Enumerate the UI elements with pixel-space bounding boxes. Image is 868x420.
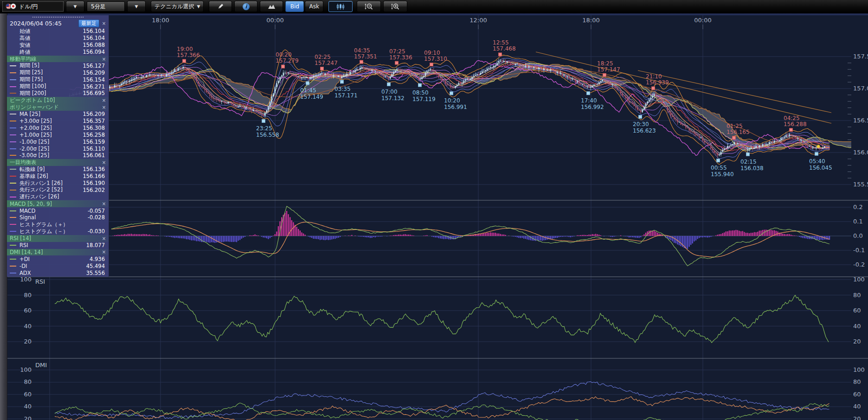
indicator-value: 45.494 bbox=[86, 263, 105, 269]
indicator-row: RSI18.077 bbox=[7, 242, 109, 249]
chart-canvas[interactable]: 18:0000:0012:0018:0000:0019:00157.36600:… bbox=[0, 0, 868, 420]
indicator-label: -2.00σ [25] bbox=[19, 146, 83, 152]
bid-button[interactable]: Bid bbox=[285, 1, 304, 12]
indicator-value: 35.556 bbox=[86, 270, 105, 276]
svg-text:80: 80 bbox=[853, 292, 861, 299]
indicator-label: 先行スパン2 [52] bbox=[19, 186, 83, 193]
svg-text:18:00: 18:00 bbox=[152, 17, 169, 24]
svg-text:156.288: 156.288 bbox=[784, 121, 807, 127]
peak-marker bbox=[603, 73, 606, 76]
indicator-section-header: 一目均衡表× bbox=[7, 159, 109, 166]
indicator-label: ヒストグラム（＋） bbox=[19, 221, 105, 228]
line-swatch bbox=[10, 245, 16, 246]
svg-text:00:00: 00:00 bbox=[694, 17, 711, 24]
close-icon[interactable]: × bbox=[101, 160, 107, 165]
bid-ask-toggle: Bid Ask bbox=[285, 1, 323, 12]
indicator-row: Signal-0.028 bbox=[7, 214, 109, 221]
close-icon[interactable]: × bbox=[101, 57, 107, 62]
bottom-marker bbox=[450, 92, 453, 95]
panel-edge-strip[interactable] bbox=[0, 13, 7, 420]
chevron-down-icon: ▼ bbox=[135, 4, 138, 9]
svg-text:19:00: 19:00 bbox=[177, 46, 193, 52]
zoom-in-icon bbox=[391, 3, 400, 10]
svg-text:40: 40 bbox=[24, 323, 32, 330]
zoom-out-icon bbox=[364, 3, 373, 10]
currency-pair-flags-icon bbox=[6, 3, 17, 10]
close-icon[interactable]: × bbox=[101, 21, 107, 26]
peak-marker bbox=[321, 67, 324, 70]
indicator-row: -2.00σ [25]156.110 bbox=[7, 145, 109, 152]
indicator-value: -0.057 bbox=[88, 208, 105, 214]
indicator-label: -3.00σ [25] bbox=[19, 152, 83, 159]
line-swatch bbox=[10, 183, 16, 184]
zoom-out-button[interactable] bbox=[357, 1, 381, 12]
svg-text:17:40: 17:40 bbox=[581, 97, 597, 104]
line-swatch bbox=[10, 273, 16, 274]
fx-chart-app: ドル/円 ▼ 5分足 ▼ テクニカル選択 ▼ i Bid Ask bbox=[0, 0, 868, 420]
svg-text:0.0: 0.0 bbox=[853, 232, 863, 239]
svg-text:157.468: 157.468 bbox=[493, 45, 516, 52]
zoom-in-button[interactable] bbox=[383, 1, 407, 12]
indicator-label: -1.00σ [25] bbox=[19, 139, 83, 145]
indicator-row: +DI4.936 bbox=[7, 255, 109, 262]
currency-pair-select[interactable]: ドル/円 bbox=[2, 1, 64, 12]
bottom-marker bbox=[639, 115, 642, 119]
indicator-value: 156.209 bbox=[83, 70, 105, 76]
draw-tool-button[interactable] bbox=[209, 1, 232, 12]
indicator-section-header: DMI [14, 14]× bbox=[7, 249, 109, 256]
indicator-label: 期間 [5] bbox=[19, 62, 83, 69]
line-swatch bbox=[10, 65, 16, 66]
technical-select-button[interactable]: テクニカル選択 ▼ bbox=[151, 1, 204, 12]
bottom-marker bbox=[746, 153, 750, 156]
line-swatch bbox=[10, 31, 16, 32]
indicator-row: ヒストグラム（＋） bbox=[7, 221, 109, 228]
indicator-section-header: ボリンジャーバンド× bbox=[7, 104, 109, 111]
candlestick-chart-icon bbox=[336, 3, 345, 10]
panel-drag-handle[interactable] bbox=[7, 15, 109, 19]
indicator-value: 156.308 bbox=[83, 125, 105, 131]
chart-background bbox=[0, 13, 868, 420]
line-swatch bbox=[10, 141, 16, 142]
peak-marker bbox=[282, 65, 285, 68]
indicator-row: 期間 [200]156.695 bbox=[7, 90, 109, 97]
candle-timestamp: 2024/06/04 05:45 bbox=[10, 20, 77, 27]
line-swatch bbox=[10, 169, 16, 170]
close-icon[interactable]: × bbox=[101, 98, 107, 103]
indicator-label: 転換線 [9] bbox=[19, 166, 83, 173]
svg-text:80: 80 bbox=[853, 378, 861, 385]
ask-button[interactable]: Ask bbox=[305, 1, 323, 12]
svg-text:157.5: 157.5 bbox=[853, 53, 868, 60]
indicator-label: +1.00σ [25] bbox=[19, 132, 83, 138]
svg-text:04:25: 04:25 bbox=[784, 115, 800, 121]
svg-text:156.558: 156.558 bbox=[256, 132, 279, 138]
svg-text:60: 60 bbox=[24, 307, 32, 314]
svg-text:12:00: 12:00 bbox=[469, 17, 487, 24]
svg-text:12:55: 12:55 bbox=[493, 39, 509, 46]
close-icon[interactable]: × bbox=[101, 201, 107, 206]
indicator-label: 先行スパン1 [26] bbox=[19, 180, 83, 187]
peak-marker bbox=[430, 63, 433, 66]
indicator-label: 始値 bbox=[19, 28, 83, 35]
candlestick-style-button[interactable] bbox=[328, 1, 353, 12]
bid-label: Bid bbox=[290, 3, 299, 10]
timeframe-select[interactable]: 5分足 bbox=[87, 1, 125, 12]
svg-text:23:25: 23:25 bbox=[256, 125, 272, 132]
indicator-row: +1.00σ [25]156.258 bbox=[7, 131, 109, 138]
timeframe-caret-button[interactable]: ▼ bbox=[127, 1, 146, 12]
indicator-row: -DI45.494 bbox=[7, 262, 109, 269]
indicator-label: 遅行スパン [26] bbox=[19, 193, 105, 200]
currency-pair-caret-button[interactable]: ▼ bbox=[66, 1, 84, 12]
section-title: ボリンジャーバンド bbox=[10, 104, 101, 111]
ohlc-header: 2024/06/04 05:45 最新足 × bbox=[7, 19, 109, 28]
close-icon[interactable]: × bbox=[101, 249, 107, 255]
svg-text:20: 20 bbox=[853, 415, 861, 420]
section-title: DMI [14, 14] bbox=[10, 249, 101, 255]
area-chart-button[interactable] bbox=[260, 1, 283, 12]
svg-text:156.5: 156.5 bbox=[853, 117, 868, 124]
close-icon[interactable]: × bbox=[101, 236, 107, 241]
info-button[interactable]: i bbox=[234, 1, 257, 12]
peak-marker bbox=[499, 53, 502, 56]
technical-select-label: テクニカル選択 bbox=[154, 3, 194, 11]
close-icon[interactable]: × bbox=[101, 105, 107, 110]
svg-text:80: 80 bbox=[24, 378, 32, 385]
